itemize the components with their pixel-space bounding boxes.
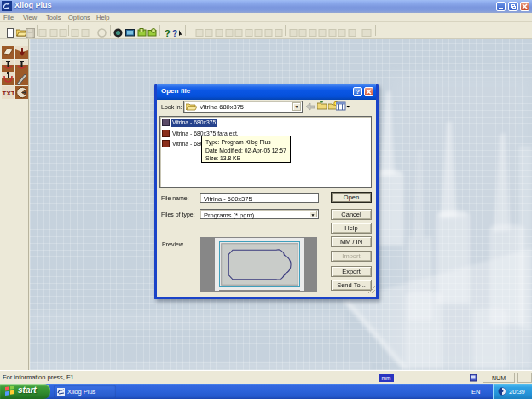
svg-text:?: ?: [165, 28, 171, 38]
svg-text:TXT: TXT: [3, 90, 15, 97]
svg-text:?: ?: [172, 29, 177, 38]
